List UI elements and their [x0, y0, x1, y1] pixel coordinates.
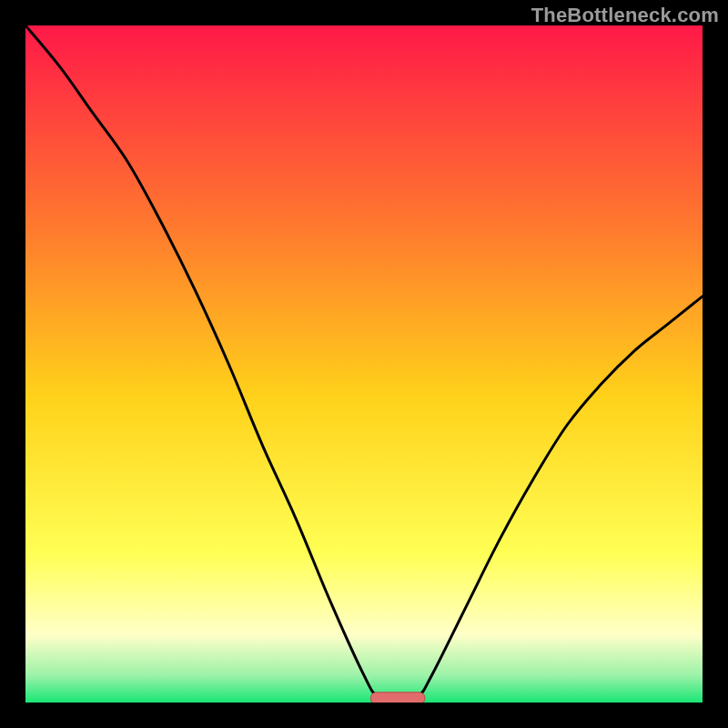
chart-background	[25, 25, 703, 703]
bottleneck-chart	[25, 25, 703, 703]
chart-frame: TheBottleneck.com	[0, 0, 728, 728]
watermark-text: TheBottleneck.com	[531, 4, 719, 27]
optimal-zone-marker	[370, 693, 425, 703]
